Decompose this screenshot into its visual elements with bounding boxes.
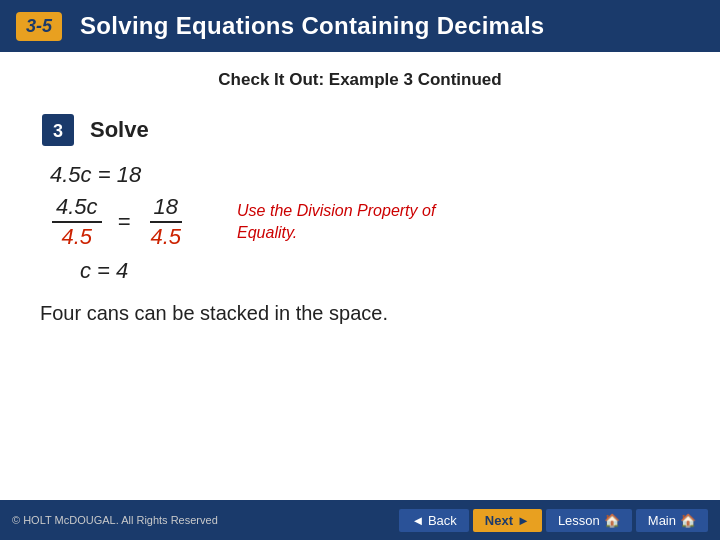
fraction-left-numerator: 4.5c — [52, 194, 102, 223]
copyright-text: © HOLT McDOUGAL. All Rights Reserved — [12, 514, 218, 526]
conclusion-text: Four cans can be stacked in the space. — [40, 302, 680, 325]
fraction-right-numerator: 18 — [150, 194, 182, 223]
next-button[interactable]: Next ► — [473, 509, 542, 532]
equals-sign: = — [118, 209, 131, 235]
result-line: c = 4 — [50, 258, 680, 284]
header-title: Solving Equations Containing Decimals — [80, 12, 545, 40]
main-label: Main — [648, 513, 676, 528]
svg-text:3: 3 — [53, 121, 63, 141]
back-button[interactable]: ◄ Back — [399, 509, 468, 532]
back-label: ◄ Back — [411, 513, 456, 528]
step-label: Solve — [90, 117, 149, 143]
fraction-right: 18 4.5 — [146, 194, 185, 250]
footer: © HOLT McDOUGAL. All Rights Reserved ◄ B… — [0, 500, 720, 540]
main-content: Check It Out: Example 3 Continued 3 Solv… — [0, 52, 720, 335]
next-arrow-icon: ► — [517, 513, 530, 528]
equation-line1: 4.5c = 18 — [50, 162, 680, 188]
subtitle: Check It Out: Example 3 Continued — [40, 70, 680, 90]
step-block: 3 Solve — [40, 112, 680, 148]
lesson-label: Lesson — [558, 513, 600, 528]
lesson-badge: 3-5 — [16, 12, 62, 41]
step-icon: 3 — [40, 112, 76, 148]
division-hint: Use the Division Property of Equality. — [237, 200, 457, 243]
next-label: Next — [485, 513, 513, 528]
equation-area: 4.5c = 18 4.5c 4.5 = 18 4.5 Use the Divi… — [40, 162, 680, 284]
main-button[interactable]: Main 🏠 — [636, 509, 708, 532]
division-expression: 4.5c 4.5 = 18 4.5 — [50, 194, 187, 250]
lesson-home-icon: 🏠 — [604, 513, 620, 528]
main-home-icon: 🏠 — [680, 513, 696, 528]
fraction-right-denominator: 4.5 — [146, 223, 185, 250]
footer-nav: ◄ Back Next ► Lesson 🏠 Main 🏠 — [399, 509, 708, 532]
division-row: 4.5c 4.5 = 18 4.5 Use the Division Prope… — [50, 194, 680, 250]
fraction-left-denominator: 4.5 — [58, 223, 97, 250]
fraction-left: 4.5c 4.5 — [52, 194, 102, 250]
header: 3-5 Solving Equations Containing Decimal… — [0, 0, 720, 52]
lesson-button[interactable]: Lesson 🏠 — [546, 509, 632, 532]
